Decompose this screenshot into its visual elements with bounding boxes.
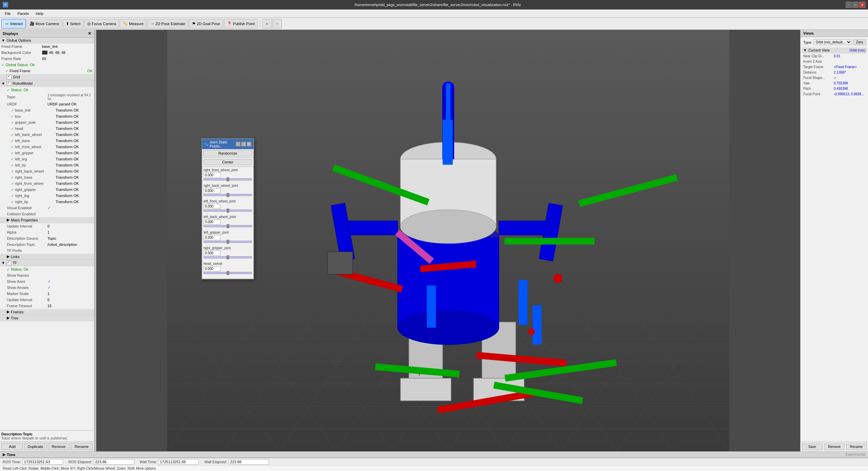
joint-slider-track[interactable] [204, 210, 252, 212]
rename-btn[interactable]: Rename [71, 443, 93, 450]
frame-rate-value[interactable]: 60 [42, 57, 93, 61]
pitch-value[interactable]: 0.455398 [834, 87, 865, 91]
views-panel: Views Type: Orbit (rviz_default... Zero … [800, 30, 868, 451]
joint-slider-thumb[interactable] [227, 271, 229, 275]
joint-value-input[interactable] [204, 251, 220, 256]
joint-value-input[interactable] [204, 235, 220, 240]
joint-slider-thumb[interactable] [227, 209, 229, 213]
marker-scale-label: Marker Scale [7, 292, 47, 296]
joint-slider-thumb[interactable] [227, 255, 229, 259]
desc-topic-value[interactable]: /robot_description [47, 242, 93, 247]
tf-update-value[interactable]: 0 [47, 298, 93, 302]
status-bar: ▶ Time Experimental ROS Time: 1725113251… [0, 451, 868, 471]
minimize-btn[interactable]: − [846, 2, 852, 8]
background-color-value[interactable]: 48; 48; 48 [42, 51, 93, 55]
close-btn[interactable]: ✕ [859, 2, 865, 8]
robot-model-header[interactable]: ▼ RobotModel [0, 80, 94, 87]
joint-slider-track[interactable] [204, 256, 252, 258]
joint-slider-thumb[interactable] [227, 193, 229, 197]
grid-header[interactable]: Grid [0, 74, 94, 80]
menu-help[interactable]: Help [32, 11, 47, 16]
remove-btn[interactable]: Remove [48, 443, 70, 450]
show-arrows-check[interactable]: ✓ [47, 285, 93, 290]
marker-scale-value[interactable]: 1 [47, 292, 93, 296]
minus-btn[interactable]: − [272, 19, 282, 28]
menu-file[interactable]: File [1, 11, 14, 16]
frames-header[interactable]: ▶ Frames [0, 309, 94, 315]
focal-shape-value[interactable]: ✓ [834, 76, 865, 80]
svg-rect-41 [347, 221, 398, 235]
dialog-minimize-btn[interactable]: − [236, 142, 240, 146]
displays-panel-close[interactable]: ✕ [88, 31, 91, 36]
svg-rect-42 [499, 221, 549, 235]
joint-slider-track[interactable] [204, 225, 252, 227]
link-label: left_tip [15, 163, 56, 167]
duplicate-btn[interactable]: Duplicate [24, 443, 46, 450]
joint-value-input[interactable] [204, 219, 220, 224]
dialog-close-btn[interactable]: ✕ [247, 142, 251, 146]
joint-slider-track[interactable] [204, 272, 252, 274]
goal-pose-btn[interactable]: ⚑ 2D Goal Pose [189, 19, 223, 28]
randomize-btn[interactable]: Randomize [203, 150, 252, 156]
joint-slider-thumb[interactable] [227, 224, 229, 228]
views-rename-btn[interactable]: Rename [846, 444, 867, 450]
select-btn[interactable]: ⬆ Select [63, 19, 84, 28]
viewport[interactable]: T [96, 30, 800, 451]
views-remove-btn[interactable]: Remove [824, 444, 845, 450]
update-interval-value[interactable]: 0 [47, 224, 93, 228]
maximize-btn[interactable]: □ [852, 2, 859, 8]
joint-value-input[interactable] [204, 266, 220, 271]
tree-header[interactable]: ▶ Tree [0, 315, 94, 321]
move-camera-btn[interactable]: 🎥 Move Camera [26, 19, 62, 28]
interact-btn[interactable]: ↔ Interact [1, 19, 26, 28]
robot-model-checkbox[interactable] [6, 81, 11, 86]
distance-value[interactable]: 2.13687 [834, 71, 865, 74]
time-expand-icon[interactable]: ▶ [3, 452, 5, 457]
tf-section-header[interactable]: ▼ TF [0, 260, 94, 266]
joint-slider-track[interactable] [204, 178, 252, 180]
plus-btn[interactable]: + [262, 19, 272, 28]
alpha-row: Alpha 1 [0, 229, 94, 235]
alpha-value[interactable]: 1 [47, 230, 93, 234]
visual-enabled-check[interactable]: ✓ [47, 205, 93, 210]
focus-camera-btn[interactable]: ◎ Focus Camera [84, 19, 119, 28]
joint-slider-thumb[interactable] [227, 177, 229, 181]
grid-checkbox[interactable] [7, 75, 12, 79]
focal-point-value[interactable]: -0.096613; 0.0658... [834, 92, 865, 96]
links-section-header[interactable]: ▶ Links [0, 254, 94, 260]
views-type-select[interactable]: Orbit (rviz_default... [814, 39, 852, 45]
joint-slider-track[interactable] [204, 194, 252, 196]
global-options-header[interactable]: ▼ Global Options [0, 38, 94, 43]
joint-value-input[interactable] [204, 188, 220, 193]
link-label: right_gripper [15, 188, 56, 192]
toolbar-separator [260, 20, 260, 28]
hint-text: Reset Left-Click: Rotate. Middle-Click: … [3, 467, 157, 470]
desc-topic-label: Description Topic [7, 242, 47, 247]
measure-btn[interactable]: 📏 Measure [120, 19, 147, 28]
add-btn[interactable]: Add [1, 443, 23, 450]
menu-panels[interactable]: Panels [14, 11, 33, 16]
mass-properties-header[interactable]: ▶ Mass Properties [0, 217, 94, 223]
near-clip-value[interactable]: 0.01 [834, 54, 865, 58]
pose-estimate-btn[interactable]: → 2D Pose Estimate [147, 19, 188, 28]
joint-slider-track[interactable] [204, 241, 252, 243]
joint-value-input[interactable] [204, 204, 220, 209]
joint-value-input[interactable] [204, 173, 220, 178]
show-axes-check[interactable]: ✓ [47, 279, 93, 284]
target-frame-value[interactable]: <Fixed Frame> [834, 65, 865, 69]
dialog-maximize-btn[interactable]: □ [241, 142, 246, 146]
publish-point-btn[interactable]: 📍 Publish Point [224, 19, 258, 28]
views-save-btn[interactable]: Save [802, 444, 823, 450]
ros-elapsed-field: ROS Elapsed: 223.66 [69, 459, 134, 465]
desc-source-value[interactable]: Topic [47, 236, 93, 240]
current-view-header[interactable]: ▼ Current View Orbit (rviz) [802, 47, 867, 53]
tree-expand-icon: ▶ [7, 316, 9, 320]
yaw-value[interactable]: 0.755398 [834, 81, 865, 85]
center-btn[interactable]: Center [204, 159, 252, 165]
tf-checkbox[interactable] [6, 260, 11, 265]
frame-timeout-value[interactable]: 15 [47, 304, 93, 308]
views-zero-btn[interactable]: Zero [853, 39, 866, 45]
fixed-frame-value[interactable]: base_link [42, 44, 93, 48]
joint-slider-thumb[interactable] [227, 240, 229, 244]
link-row-right_base: ✓ right_base Transform OK [0, 174, 94, 180]
